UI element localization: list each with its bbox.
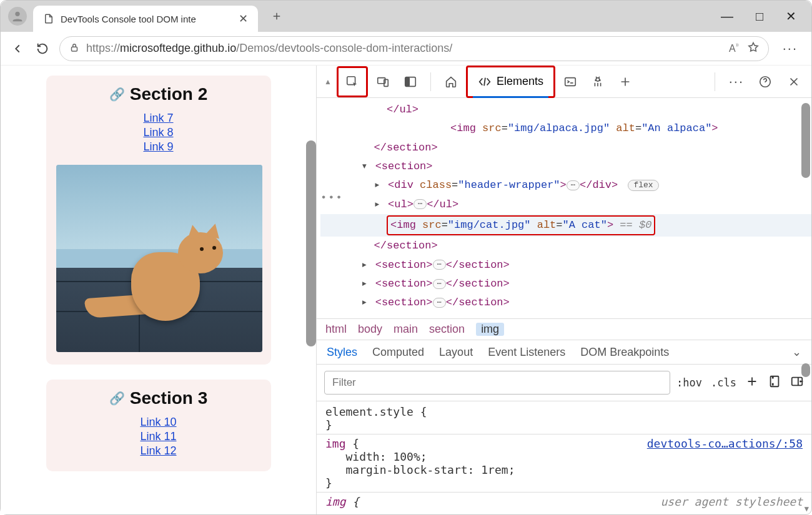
console-tab-button[interactable]: [558, 69, 583, 94]
window-controls: — □ ✕: [721, 10, 811, 22]
dock-side-button[interactable]: [398, 69, 423, 94]
dom-breadcrumb[interactable]: html body main section img: [317, 318, 811, 340]
dom-tree[interactable]: ••• </ul> <img src="img/alpaca.jpg" alt=…: [317, 98, 811, 318]
ellipsis-icon[interactable]: ⋯: [413, 199, 427, 209]
computed-styles-button[interactable]: [768, 375, 781, 391]
ellipsis-icon[interactable]: ⋯: [433, 260, 446, 270]
expand-toggle[interactable]: ▾: [361, 160, 369, 172]
expand-toggle[interactable]: ▸: [361, 259, 369, 271]
dom-line[interactable]: ▸ <section>⋯</section>: [320, 275, 811, 293]
dom-line-selected[interactable]: <img src="img/cat.jpg" alt="A cat"> == $…: [320, 214, 811, 237]
dom-scrollbar[interactable]: [801, 103, 810, 178]
styles-subtabs: Styles Computed Layout Event Listeners D…: [317, 340, 811, 365]
link-11[interactable]: Link 11: [56, 430, 261, 443]
refresh-button[interactable]: [34, 41, 51, 57]
subtab-dom-breakpoints[interactable]: DOM Breakpoints: [580, 346, 669, 359]
styles-rules[interactable]: element.style { } img {devtools-co…actio…: [317, 401, 811, 514]
link-10[interactable]: Link 10: [56, 416, 261, 429]
scroll-down-icon[interactable]: ▼: [805, 504, 809, 513]
link-7[interactable]: Link 7: [56, 112, 261, 125]
ellipsis-icon[interactable]: ⋯: [433, 279, 446, 289]
dom-line[interactable]: ▸ <section>⋯</section>: [320, 256, 811, 275]
expand-toggle[interactable]: ▸: [361, 297, 369, 308]
expand-toggle[interactable]: ▸: [361, 278, 369, 290]
link-8[interactable]: Link 8: [56, 126, 261, 139]
sidebar-toggle-button[interactable]: [790, 375, 804, 391]
scroll-up-icon[interactable]: ▲: [322, 77, 334, 86]
crumb-body[interactable]: body: [358, 323, 382, 336]
dom-line[interactable]: ▸ <section>⋯</section>: [320, 293, 811, 312]
browser-tab[interactable]: DevTools Console tool DOM inte ✕: [33, 6, 258, 32]
svg-rect-7: [565, 77, 576, 86]
svg-point-0: [15, 12, 19, 16]
profile-avatar[interactable]: [8, 7, 27, 26]
new-style-rule-button[interactable]: [745, 375, 759, 391]
expand-toggle[interactable]: ▸: [374, 199, 382, 210]
user-agent-label: user agent stylesheet: [660, 495, 803, 508]
expand-toggle[interactable]: ▸: [374, 179, 382, 191]
styles-filter-input[interactable]: [324, 371, 670, 395]
back-button[interactable]: [9, 41, 26, 57]
subtab-styles[interactable]: Styles: [327, 346, 357, 359]
window-maximize-button[interactable]: □: [756, 10, 763, 22]
chevron-down-icon[interactable]: ⌄: [792, 345, 801, 359]
dom-line[interactable]: ▸ <ul>⋯</ul>: [320, 195, 811, 214]
devtools-close-button[interactable]: [781, 69, 806, 94]
svg-point-8: [596, 77, 600, 81]
tab-title: DevTools Console tool DOM inte: [61, 14, 232, 24]
window-titlebar: DevTools Console tool DOM inte ✕ — □ ✕: [1, 1, 811, 32]
dom-line[interactable]: </section>: [320, 139, 811, 157]
browser-menu-button[interactable]: ···: [778, 41, 803, 57]
lock-icon: [69, 42, 80, 55]
device-toolbar-button[interactable]: [370, 69, 395, 94]
sources-tab-button[interactable]: [585, 69, 610, 94]
page-scrollbar[interactable]: [306, 140, 316, 346]
inspect-element-button[interactable]: [340, 69, 365, 94]
link-12[interactable]: Link 12: [56, 444, 261, 458]
ellipsis-icon[interactable]: ⋯: [433, 298, 446, 308]
read-aloud-icon[interactable]: A⁾⁾: [729, 42, 738, 54]
flex-badge[interactable]: flex: [628, 180, 658, 191]
hov-toggle[interactable]: :hov: [676, 376, 702, 389]
dom-line[interactable]: </section>: [320, 237, 811, 255]
styles-scrollbar-top[interactable]: [801, 363, 810, 377]
svg-rect-4: [384, 79, 388, 86]
elements-tab[interactable]: Elements: [469, 67, 552, 96]
dom-line[interactable]: <img src="img/alpaca.jpg" alt="An alpaca…: [320, 119, 811, 138]
section-3-heading: 🔗 Section 3: [109, 388, 207, 408]
webpage-viewport[interactable]: 🔗 Section 2 Link 7 Link 8 Link 9: [1, 66, 316, 514]
subtab-event-listeners[interactable]: Event Listeners: [488, 346, 565, 359]
devtools-toolbar: ▲ Elem: [317, 66, 811, 98]
cls-toggle[interactable]: .cls: [711, 376, 736, 389]
svg-rect-6: [405, 77, 410, 86]
devtools-menu-button[interactable]: ···: [724, 74, 749, 90]
svg-rect-1: [72, 47, 77, 51]
crumb-main[interactable]: main: [394, 323, 418, 336]
window-minimize-button[interactable]: —: [721, 10, 733, 22]
link-9[interactable]: Link 9: [56, 140, 261, 154]
new-tab-button[interactable]: [264, 4, 289, 29]
help-button[interactable]: [753, 69, 778, 94]
source-link[interactable]: devtools-co…actions/:58: [647, 437, 803, 450]
subtab-computed[interactable]: Computed: [372, 346, 424, 359]
section-3-card: 🔗 Section 3 Link 10 Link 11 Link 12: [46, 380, 271, 471]
dom-line[interactable]: ▸ <div class="header-wrapper">⋯</div> fl…: [320, 176, 811, 195]
link-icon: 🔗: [109, 391, 125, 406]
crumb-img[interactable]: img: [476, 323, 504, 336]
ellipsis-icon[interactable]: ⋯: [567, 180, 580, 190]
dom-line[interactable]: ▾ <section>: [320, 157, 811, 176]
subtab-layout[interactable]: Layout: [439, 346, 473, 359]
line-actions-icon[interactable]: •••: [320, 192, 344, 204]
close-tab-icon[interactable]: ✕: [239, 12, 248, 26]
url-field[interactable]: https://microsoftedge.github.io/Demos/de…: [59, 36, 769, 61]
welcome-tab-button[interactable]: [438, 69, 463, 94]
address-bar: https://microsoftedge.github.io/Demos/de…: [1, 32, 811, 66]
crumb-section[interactable]: section: [429, 323, 465, 336]
window-close-button[interactable]: ✕: [786, 10, 796, 22]
code-icon: [478, 75, 492, 89]
dom-line[interactable]: </ul>: [320, 101, 811, 119]
crumb-html[interactable]: html: [325, 323, 347, 336]
add-tab-button[interactable]: [613, 69, 638, 94]
url-text: https://microsoftedge.github.io/Demos/de…: [86, 42, 723, 55]
favorite-icon[interactable]: [747, 41, 760, 56]
